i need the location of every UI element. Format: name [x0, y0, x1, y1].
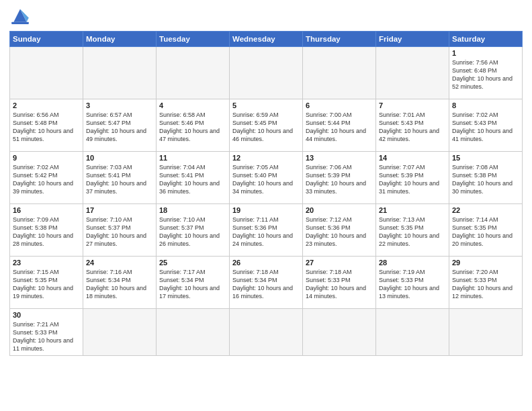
day-number: 19: [232, 206, 300, 214]
calendar-cell: 23Sunrise: 7:15 AM Sunset: 5:35 PM Dayli…: [10, 257, 83, 309]
day-number: 16: [13, 206, 80, 214]
day-info: Sunrise: 7:07 AM Sunset: 5:39 PM Dayligh…: [379, 163, 446, 196]
calendar-cell: 16Sunrise: 7:09 AM Sunset: 5:38 PM Dayli…: [10, 204, 83, 257]
calendar-cell: 11Sunrise: 7:04 AM Sunset: 5:41 PM Dayli…: [157, 152, 230, 204]
day-number: 22: [452, 206, 519, 214]
calendar-cell: 29Sunrise: 7:20 AM Sunset: 5:33 PM Dayli…: [449, 257, 523, 309]
day-info: Sunrise: 7:01 AM Sunset: 5:43 PM Dayligh…: [379, 111, 446, 144]
day-info: Sunrise: 7:10 AM Sunset: 5:37 PM Dayligh…: [86, 216, 153, 248]
day-info: Sunrise: 7:04 AM Sunset: 5:41 PM Dayligh…: [159, 163, 226, 196]
calendar-cell: 22Sunrise: 7:14 AM Sunset: 5:35 PM Dayli…: [449, 204, 523, 257]
day-info: Sunrise: 7:18 AM Sunset: 5:33 PM Dayligh…: [306, 268, 373, 301]
calendar-cell: 12Sunrise: 7:05 AM Sunset: 5:40 PM Dayli…: [230, 152, 303, 204]
day-number: 24: [86, 259, 153, 267]
calendar-cell: [157, 309, 230, 356]
calendar-week-row: 2Sunrise: 6:56 AM Sunset: 5:48 PM Daylig…: [10, 99, 523, 152]
calendar-cell: [449, 309, 523, 356]
day-number: 10: [86, 154, 153, 162]
day-number: 14: [379, 154, 446, 162]
calendar-cell: 1Sunrise: 7:56 AM Sunset: 6:48 PM Daylig…: [449, 47, 523, 99]
logo-icon: [9, 7, 31, 26]
calendar: SundayMondayTuesdayWednesdayThursdayFrid…: [9, 31, 523, 356]
day-info: Sunrise: 7:02 AM Sunset: 5:43 PM Dayligh…: [452, 111, 519, 144]
header: [9, 7, 523, 26]
calendar-cell: [303, 309, 376, 356]
calendar-cell: 30Sunrise: 7:21 AM Sunset: 5:33 PM Dayli…: [10, 309, 83, 356]
calendar-cell: 3Sunrise: 6:57 AM Sunset: 5:47 PM Daylig…: [83, 99, 157, 152]
calendar-cell: 14Sunrise: 7:07 AM Sunset: 5:39 PM Dayli…: [376, 152, 449, 204]
day-number: 1: [452, 49, 519, 57]
day-number: 25: [159, 259, 226, 267]
calendar-cell: 13Sunrise: 7:06 AM Sunset: 5:39 PM Dayli…: [303, 152, 376, 204]
weekday-header: Friday: [376, 32, 449, 47]
day-number: 23: [13, 259, 80, 267]
page: SundayMondayTuesdayWednesdayThursdayFrid…: [0, 0, 532, 411]
day-info: Sunrise: 7:15 AM Sunset: 5:35 PM Dayligh…: [13, 268, 80, 301]
day-info: Sunrise: 7:05 AM Sunset: 5:40 PM Dayligh…: [232, 163, 300, 196]
day-number: 4: [159, 101, 226, 109]
day-info: Sunrise: 7:21 AM Sunset: 5:33 PM Dayligh…: [13, 320, 80, 353]
calendar-cell: 24Sunrise: 7:16 AM Sunset: 5:34 PM Dayli…: [83, 257, 157, 309]
calendar-cell: 6Sunrise: 7:00 AM Sunset: 5:44 PM Daylig…: [303, 99, 376, 152]
day-info: Sunrise: 7:03 AM Sunset: 5:41 PM Dayligh…: [86, 163, 153, 196]
day-number: 12: [232, 154, 300, 162]
calendar-cell: 8Sunrise: 7:02 AM Sunset: 5:43 PM Daylig…: [449, 99, 523, 152]
calendar-cell: 2Sunrise: 6:56 AM Sunset: 5:48 PM Daylig…: [10, 99, 83, 152]
calendar-week-row: 16Sunrise: 7:09 AM Sunset: 5:38 PM Dayli…: [10, 204, 523, 257]
calendar-cell: 21Sunrise: 7:13 AM Sunset: 5:35 PM Dayli…: [376, 204, 449, 257]
day-number: 11: [159, 154, 226, 162]
calendar-week-row: 9Sunrise: 7:02 AM Sunset: 5:42 PM Daylig…: [10, 152, 523, 204]
calendar-cell: 20Sunrise: 7:12 AM Sunset: 5:36 PM Dayli…: [303, 204, 376, 257]
day-info: Sunrise: 7:17 AM Sunset: 5:34 PM Dayligh…: [159, 268, 226, 301]
logo: [9, 7, 34, 26]
calendar-cell: 25Sunrise: 7:17 AM Sunset: 5:34 PM Dayli…: [157, 257, 230, 309]
day-number: 29: [452, 259, 519, 267]
calendar-cell: 7Sunrise: 7:01 AM Sunset: 5:43 PM Daylig…: [376, 99, 449, 152]
day-info: Sunrise: 7:02 AM Sunset: 5:42 PM Dayligh…: [13, 163, 80, 196]
day-info: Sunrise: 6:58 AM Sunset: 5:46 PM Dayligh…: [159, 111, 226, 144]
day-number: 18: [159, 206, 226, 214]
day-number: 13: [306, 154, 373, 162]
day-number: 26: [232, 259, 300, 267]
day-info: Sunrise: 7:12 AM Sunset: 5:36 PM Dayligh…: [306, 216, 373, 248]
day-info: Sunrise: 7:09 AM Sunset: 5:38 PM Dayligh…: [13, 216, 80, 248]
weekday-header: Thursday: [303, 32, 376, 47]
day-info: Sunrise: 7:19 AM Sunset: 5:33 PM Dayligh…: [379, 268, 446, 301]
day-info: Sunrise: 7:18 AM Sunset: 5:34 PM Dayligh…: [232, 268, 300, 301]
day-info: Sunrise: 7:13 AM Sunset: 5:35 PM Dayligh…: [379, 216, 446, 248]
calendar-week-row: 30Sunrise: 7:21 AM Sunset: 5:33 PM Dayli…: [10, 309, 523, 356]
day-info: Sunrise: 6:57 AM Sunset: 5:47 PM Dayligh…: [86, 111, 153, 144]
calendar-cell: [230, 47, 303, 99]
calendar-cell: 17Sunrise: 7:10 AM Sunset: 5:37 PM Dayli…: [83, 204, 157, 257]
day-number: 30: [13, 311, 80, 319]
calendar-cell: 5Sunrise: 6:59 AM Sunset: 5:45 PM Daylig…: [230, 99, 303, 152]
weekday-header: Monday: [83, 32, 157, 47]
day-number: 15: [452, 154, 519, 162]
calendar-week-row: 1Sunrise: 7:56 AM Sunset: 6:48 PM Daylig…: [10, 47, 523, 99]
calendar-cell: [376, 309, 449, 356]
calendar-week-row: 23Sunrise: 7:15 AM Sunset: 5:35 PM Dayli…: [10, 257, 523, 309]
day-info: Sunrise: 7:08 AM Sunset: 5:38 PM Dayligh…: [452, 163, 519, 196]
day-number: 28: [379, 259, 446, 267]
weekday-header: Tuesday: [157, 32, 230, 47]
day-info: Sunrise: 7:16 AM Sunset: 5:34 PM Dayligh…: [86, 268, 153, 301]
calendar-cell: 10Sunrise: 7:03 AM Sunset: 5:41 PM Dayli…: [83, 152, 157, 204]
day-number: 21: [379, 206, 446, 214]
day-info: Sunrise: 7:56 AM Sunset: 6:48 PM Dayligh…: [452, 58, 519, 91]
calendar-cell: [10, 47, 83, 99]
day-number: 9: [13, 154, 80, 162]
day-info: Sunrise: 7:14 AM Sunset: 5:35 PM Dayligh…: [452, 216, 519, 248]
day-number: 6: [306, 101, 373, 109]
day-info: Sunrise: 7:11 AM Sunset: 5:36 PM Dayligh…: [232, 216, 300, 248]
day-number: 8: [452, 101, 519, 109]
day-info: Sunrise: 6:56 AM Sunset: 5:48 PM Dayligh…: [13, 111, 80, 144]
weekday-row: SundayMondayTuesdayWednesdayThursdayFrid…: [10, 32, 523, 47]
calendar-cell: 27Sunrise: 7:18 AM Sunset: 5:33 PM Dayli…: [303, 257, 376, 309]
day-info: Sunrise: 7:00 AM Sunset: 5:44 PM Dayligh…: [306, 111, 373, 144]
weekday-header: Sunday: [10, 32, 83, 47]
calendar-cell: [157, 47, 230, 99]
calendar-cell: 15Sunrise: 7:08 AM Sunset: 5:38 PM Dayli…: [449, 152, 523, 204]
calendar-cell: 19Sunrise: 7:11 AM Sunset: 5:36 PM Dayli…: [230, 204, 303, 257]
day-number: 2: [13, 101, 80, 109]
day-info: Sunrise: 7:10 AM Sunset: 5:37 PM Dayligh…: [159, 216, 226, 248]
